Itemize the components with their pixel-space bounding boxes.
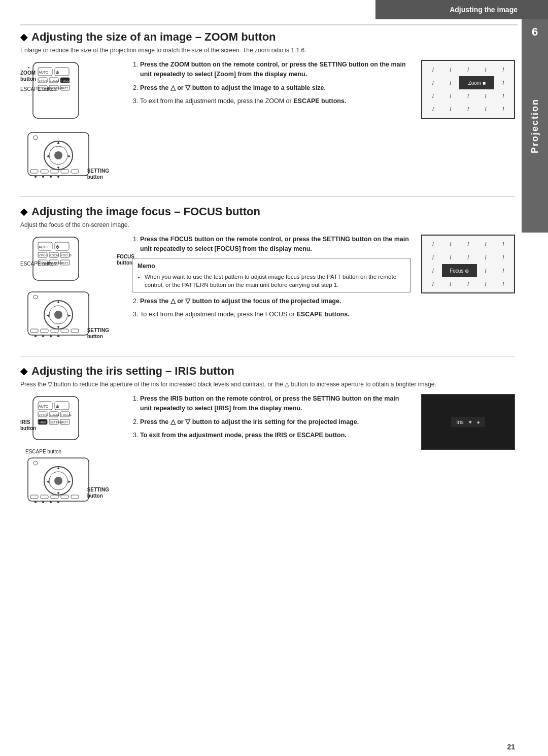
memo-box: Memo When you want to use the test patte…: [132, 258, 411, 292]
svg-point-54: [33, 295, 38, 299]
svg-text:►: ►: [67, 313, 72, 318]
iris-arrow: ▼: [468, 419, 473, 425]
svg-rect-28: [41, 170, 48, 173]
svg-point-19: [33, 136, 38, 140]
diamond-iris: ◆: [20, 366, 27, 377]
svg-rect-99: [51, 495, 58, 499]
svg-text:V.POS: V.POS: [39, 79, 48, 82]
main-content: ◆ Adjusting the size of an image – ZOOM …: [20, 30, 515, 741]
svg-text:ZOOM: ZOOM: [50, 79, 59, 82]
svg-text:FOCUS: FOCUS: [61, 254, 72, 257]
svg-point-67: [35, 335, 37, 337]
setting-button-label-iris: SETTINGbutton: [87, 487, 109, 499]
escape-iris-label: ESCAPE button: [25, 449, 112, 454]
table-row: I I I I I: [424, 277, 512, 290]
svg-text:V.POS: V.POS: [39, 254, 48, 257]
section-focus-title: ◆ Adjusting the image focus – FOCUS butt…: [20, 205, 515, 218]
iris-menu-item: Iris ▼ ●: [451, 417, 485, 427]
zoom-step-1: Press the ZOOM button on the remote cont…: [140, 60, 411, 79]
svg-text:⏻: ⏻: [56, 405, 59, 408]
svg-text:ZOOM: ZOOM: [50, 413, 59, 416]
zoom-body: AUTO ⏻ V.POS ZOOM FOCUS E: [20, 60, 515, 182]
focus-button-label: FOCUSbutton: [117, 254, 134, 266]
svg-point-57: [54, 311, 62, 319]
svg-rect-66: [71, 329, 79, 333]
svg-text:FOCUS: FOCUS: [61, 413, 72, 416]
focus-diagram: AUTO ⏻ V.POS ZOOM FOCUS ESCAPE: [20, 235, 122, 342]
svg-point-32: [35, 176, 37, 178]
escape-button-label-focus: ESCAPE button: [20, 261, 56, 267]
svg-rect-63: [41, 329, 48, 333]
chapter-title: Projection: [530, 98, 540, 153]
svg-point-70: [57, 335, 59, 337]
table-row: I I I I I: [424, 251, 512, 264]
setting-button-label-focus: SETTINGbutton: [87, 327, 109, 340]
svg-rect-64: [51, 329, 58, 333]
svg-text:V.POS: V.POS: [39, 413, 48, 416]
zoom-screen: I I I I I I I Zoom ■ I: [421, 60, 515, 119]
top-rule: [20, 24, 518, 25]
iris-title-text: Adjusting the iris setting – IRIS button: [31, 365, 234, 378]
svg-rect-98: [41, 495, 48, 499]
svg-text:I-IRIS: I-IRIS: [39, 421, 46, 424]
svg-point-22: [54, 151, 62, 159]
svg-text:FOCUS: FOCUS: [61, 79, 72, 82]
svg-text:◄: ◄: [46, 479, 50, 484]
page-number: 21: [507, 743, 515, 751]
zoom-button-label: ZOOMbutton: [20, 70, 36, 82]
table-row: I Focus ⊕ I I: [424, 264, 512, 277]
section-iris-title: ◆ Adjusting the iris setting – IRIS butt…: [20, 365, 515, 378]
zoom-grid-display: I I I I I I I Zoom ■ I: [421, 60, 515, 119]
divider-1: [20, 196, 515, 197]
table-row: I I I I I: [424, 238, 512, 251]
setting-button-label-zoom: SETTINGbutton: [87, 168, 109, 180]
memo-content: When you want to use the test pattern to…: [138, 273, 405, 289]
iris-display: Iris ▼ ●: [421, 394, 515, 450]
focus-body: AUTO ⏻ V.POS ZOOM FOCUS ESCAPE: [20, 235, 515, 342]
iris-subtitle: Press the ▽ button to reduce the apertur…: [20, 381, 515, 388]
svg-point-105: [57, 501, 59, 503]
svg-rect-101: [71, 495, 79, 499]
focus-grid-display: I I I I I I I I I I: [421, 235, 515, 293]
zoom-subtitle: Enlarge or reduce the size of the projec…: [20, 47, 515, 54]
focus-title-text: Adjusting the image focus – FOCUS button: [31, 205, 260, 218]
svg-rect-65: [61, 329, 68, 333]
focus-grid-table: I I I I I I I I I I: [424, 238, 512, 290]
iris-diagram: AUTO ⏻ V.POS ZOOM FOCUS I-IRIS: [20, 394, 122, 508]
svg-point-103: [42, 501, 44, 503]
zoom-grid-table: I I I I I I I Zoom ■ I: [424, 63, 512, 116]
table-row: I I Zoom ■ I: [424, 76, 512, 89]
svg-point-104: [50, 501, 52, 503]
svg-text:◄: ◄: [46, 313, 50, 318]
svg-rect-71: [33, 397, 79, 440]
focus-step-2: Press the △ or ▽ button to adjust the fo…: [140, 297, 411, 306]
iris-indicator: ●: [477, 419, 480, 425]
svg-point-92: [54, 477, 62, 485]
svg-text:►: ►: [67, 154, 72, 158]
svg-point-34: [50, 176, 52, 178]
svg-point-89: [33, 461, 38, 465]
iris-step-3: To exit from the adjustment mode, press …: [140, 431, 411, 440]
iris-body: AUTO ⏻ V.POS ZOOM FOCUS I-IRIS: [20, 394, 515, 508]
iris-screen: Iris ▼ ●: [421, 394, 515, 450]
list-item: When you want to use the test pattern to…: [145, 273, 405, 289]
svg-point-102: [35, 501, 37, 503]
table-row: I I I I I: [424, 89, 512, 103]
side-tab: 6 Projection: [522, 19, 548, 233]
svg-rect-62: [30, 329, 38, 333]
header-title: Adjusting the image: [450, 6, 518, 14]
chapter-number: 6: [532, 25, 538, 39]
svg-text:◄: ◄: [46, 154, 50, 158]
section-zoom-title: ◆ Adjusting the size of an image – ZOOM …: [20, 30, 515, 44]
svg-text:⏻: ⏻: [56, 245, 59, 249]
svg-rect-100: [61, 495, 68, 499]
table-row: I I I I I: [424, 103, 512, 116]
memo-title: Memo: [138, 261, 405, 271]
svg-point-35: [57, 176, 59, 178]
svg-text:PATT: PATT: [61, 87, 68, 90]
svg-rect-30: [61, 170, 68, 173]
iris-step-1: Press the IRIS button on the remote cont…: [140, 394, 411, 413]
svg-rect-36: [33, 237, 79, 280]
focus-subtitle: Adjust the focus of the on-screen image.: [20, 221, 515, 228]
svg-text:▲: ▲: [56, 140, 60, 145]
